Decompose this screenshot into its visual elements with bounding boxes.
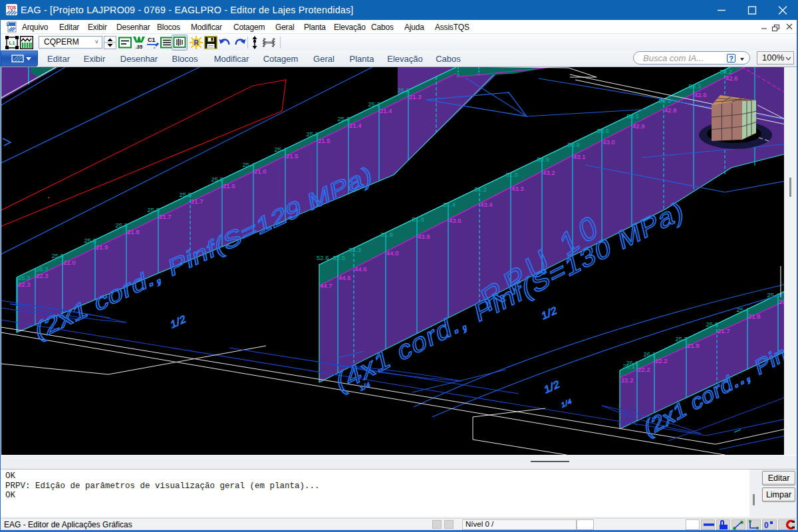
- svg-text:25.4: 25.4: [275, 146, 287, 153]
- svg-text:21.5: 21.5: [318, 137, 331, 144]
- svg-text:21.9: 21.9: [687, 342, 700, 349]
- svg-text:21.2: 21.2: [779, 298, 784, 305]
- svg-text:25.4: 25.4: [767, 291, 780, 299]
- svg-text:51.4: 51.4: [444, 201, 456, 208]
- svg-text:51.6: 51.6: [412, 215, 425, 223]
- svg-text:50.5: 50.5: [627, 112, 640, 120]
- svg-text:50.9: 50.9: [537, 156, 550, 163]
- svg-text:43.4: 43.4: [480, 201, 493, 208]
- svg-text:50.3: 50.3: [689, 82, 702, 90]
- svg-text:TQS: TQS: [7, 5, 17, 11]
- svg-text:25.8: 25.8: [84, 237, 97, 244]
- svg-text:43.6: 43.6: [449, 217, 462, 224]
- svg-text:R: R: [194, 39, 199, 47]
- svg-text:25.5: 25.5: [180, 191, 192, 198]
- svg-text:21.3: 21.3: [409, 93, 422, 100]
- svg-text:43.3: 43.3: [511, 185, 524, 192]
- svg-text:52.6: 52.6: [317, 254, 329, 261]
- svg-text:25.2: 25.2: [398, 86, 410, 94]
- svg-text:22.0: 22.0: [63, 259, 76, 266]
- svg-text:21.4: 21.4: [349, 122, 362, 129]
- svg-text:50.8: 50.8: [568, 141, 581, 148]
- svg-text:22.2: 22.2: [638, 366, 650, 373]
- svg-text:1/2: 1/2: [541, 304, 558, 321]
- svg-text:C1: C1: [148, 37, 156, 43]
- svg-text:43.2: 43.2: [543, 169, 555, 176]
- svg-text:21.6: 21.6: [254, 168, 267, 175]
- svg-text:.35: .35: [136, 44, 142, 50]
- svg-text:51.2: 51.2: [475, 186, 487, 193]
- svg-text:22.2: 22.2: [655, 357, 668, 364]
- svg-text:51.0: 51.0: [506, 171, 519, 178]
- svg-text:44.6: 44.6: [354, 265, 367, 273]
- svg-text:25.6: 25.6: [706, 321, 719, 328]
- svg-text:25.5: 25.5: [211, 176, 224, 183]
- svg-text:22.3: 22.3: [18, 281, 31, 288]
- svg-text:25.3: 25.3: [338, 115, 350, 122]
- svg-text:21.6: 21.6: [223, 182, 235, 190]
- svg-text:43.8: 43.8: [418, 233, 430, 240]
- svg-text:25.2: 25.2: [368, 100, 381, 108]
- svg-text:21.7: 21.7: [718, 327, 730, 334]
- svg-text:25.9: 25.9: [52, 252, 65, 259]
- svg-text:50.6: 50.6: [597, 127, 610, 134]
- svg-text:21.7: 21.7: [159, 213, 172, 220]
- svg-text:21.7: 21.7: [191, 198, 203, 205]
- svg-text:21.8: 21.8: [748, 313, 761, 320]
- svg-text:25.6: 25.6: [148, 206, 160, 213]
- svg-text:44.0: 44.0: [386, 249, 399, 257]
- svg-text:21.9: 21.9: [96, 243, 108, 251]
- svg-text:1/2: 1/2: [543, 378, 561, 395]
- svg-text:42.9: 42.9: [632, 122, 645, 130]
- svg-text:43.0: 43.0: [602, 138, 615, 146]
- svg-text:21.5: 21.5: [286, 152, 299, 160]
- svg-text:26.1: 26.1: [626, 359, 639, 366]
- svg-text:42.6: 42.6: [726, 74, 738, 82]
- svg-text:44.6: 44.6: [338, 274, 351, 281]
- svg-text:21.4: 21.4: [380, 107, 392, 114]
- svg-text:25.3: 25.3: [307, 130, 319, 138]
- svg-text:25.4: 25.4: [243, 161, 255, 168]
- svg-text:43.1: 43.1: [573, 153, 586, 160]
- svg-text:52.5: 52.5: [333, 254, 346, 261]
- svg-text:22.2: 22.2: [621, 376, 634, 384]
- svg-text:44.7: 44.7: [320, 282, 332, 289]
- svg-text:1/2: 1/2: [170, 313, 187, 330]
- svg-text:42.6: 42.6: [694, 91, 707, 98]
- svg-text:21.8: 21.8: [127, 228, 140, 235]
- svg-text:22.3: 22.3: [36, 272, 49, 279]
- svg-text:42.8: 42.8: [664, 106, 677, 114]
- svg-text:51.8: 51.8: [381, 231, 394, 238]
- svg-text:25.6: 25.6: [116, 221, 128, 229]
- svg-text:25.7: 25.7: [676, 335, 688, 342]
- svg-text:0: 0: [764, 521, 769, 530]
- svg-text:1/4: 1/4: [561, 396, 573, 408]
- svg-text:52.3: 52.3: [349, 246, 362, 253]
- svg-text:26.1: 26.1: [644, 350, 656, 358]
